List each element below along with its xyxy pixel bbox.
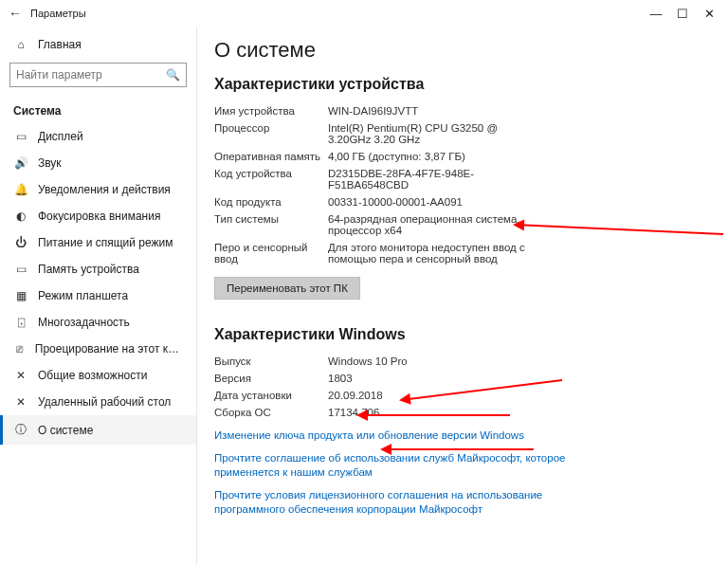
spec-value: Для этого монитора недоступен ввод с пом… (328, 242, 527, 264)
minimize-button[interactable]: — (643, 5, 669, 23)
windows-specs-heading: Характеристики Windows (214, 326, 711, 343)
spec-row: Дата установки20.09.2018 (214, 387, 711, 404)
spec-row: Перо и сенсорный вводДля этого монитора … (214, 239, 711, 267)
sidebar-item-label: Многозадачность (38, 316, 130, 329)
spec-value: 64-разрядная операционная система, проце… (328, 213, 527, 236)
sidebar-item[interactable]: ▭Память устройства (0, 256, 196, 282)
settings-link[interactable]: Изменение ключа продукта или обновление … (214, 428, 574, 444)
close-button[interactable]: ✕ (696, 5, 722, 23)
titlebar: ← Параметры — ☐ ✕ (0, 0, 728, 27)
nav-icon: ✕ (13, 369, 28, 382)
spec-key: Код устройства (214, 168, 328, 191)
search-icon: 🔍 (166, 68, 180, 82)
sidebar-item[interactable]: ◐Фокусировка внимания (0, 203, 196, 229)
nav-icon: ⏻ (13, 236, 28, 249)
nav-icon: ⎚ (13, 342, 26, 355)
spec-row: Версия1803 (214, 370, 711, 387)
sidebar-home-label: Главная (38, 38, 82, 51)
spec-value: Windows 10 Pro (328, 355, 527, 367)
settings-link[interactable]: Прочтите соглашение об использовании слу… (214, 451, 574, 481)
nav-icon: ⌺ (13, 316, 28, 329)
sidebar-item-label: Уведомления и действия (38, 183, 171, 196)
content-area: О системе Характеристики устройства Имя … (197, 27, 728, 565)
search-box[interactable]: 🔍 (9, 63, 187, 87)
sidebar-item[interactable]: 🔔Уведомления и действия (0, 176, 196, 203)
spec-key: Имя устройства (214, 105, 328, 117)
sidebar-item-label: О системе (38, 424, 93, 437)
back-button[interactable]: ← (6, 6, 25, 21)
sidebar-item-label: Память устройства (38, 263, 139, 276)
sidebar-item-label: Звук (38, 156, 62, 170)
sidebar-item[interactable]: ⏻Питание и спящий режим (0, 229, 196, 256)
nav-icon: 🔊 (13, 156, 28, 170)
sidebar-item[interactable]: ⓘО системе (0, 415, 196, 445)
sidebar-item-label: Удаленный рабочий стол (38, 395, 171, 409)
sidebar-item-label: Питание и спящий режим (38, 236, 173, 249)
sidebar-item[interactable]: ✕Удаленный рабочий стол (0, 389, 196, 415)
sidebar-item[interactable]: 🔊Звук (0, 150, 196, 176)
sidebar-item[interactable]: ⎚Проецирование на этот компьютер (0, 336, 196, 362)
spec-row: Оперативная память4,00 ГБ (доступно: 3,8… (214, 148, 711, 165)
spec-row: Сборка ОС17134.706 (214, 404, 711, 421)
spec-key: Код продукта (214, 196, 328, 208)
sidebar-home[interactable]: ⌂ Главная (0, 32, 196, 57)
settings-link[interactable]: Прочтите условия лицензионного соглашени… (214, 488, 574, 518)
spec-key: Дата установки (214, 390, 328, 401)
spec-row: ПроцессорIntel(R) Pentium(R) CPU G3250 @… (214, 119, 711, 148)
spec-value: 1803 (328, 373, 527, 384)
sidebar: ⌂ Главная 🔍 Система ▭Дисплей🔊Звук🔔Уведом… (0, 27, 197, 565)
spec-key: Версия (214, 373, 328, 384)
spec-row: ВыпускWindows 10 Pro (214, 353, 711, 370)
maximize-button[interactable]: ☐ (669, 5, 696, 23)
nav-icon: 🔔 (13, 183, 28, 196)
sidebar-item[interactable]: ⌺Многозадачность (0, 309, 196, 336)
spec-key: Выпуск (214, 355, 328, 367)
sidebar-section-label: Система (0, 95, 196, 123)
sidebar-item-label: Фокусировка внимания (38, 210, 160, 223)
sidebar-item[interactable]: ▦Режим планшета (0, 282, 196, 309)
spec-key: Сборка ОС (214, 407, 328, 418)
nav-icon: ▭ (13, 130, 28, 143)
sidebar-item-label: Проецирование на этот компьютер (35, 342, 183, 355)
home-icon: ⌂ (13, 38, 28, 51)
spec-row: Код устройстваD2315DBE-28FA-4F7E-948E-F5… (214, 165, 711, 193)
search-input[interactable] (16, 68, 166, 82)
spec-value: Intel(R) Pentium(R) CPU G3250 @ 3.20GHz … (328, 122, 527, 145)
spec-value: 00331-10000-00001-AA091 (328, 196, 527, 208)
nav-icon: ▦ (13, 289, 28, 302)
spec-key: Перо и сенсорный ввод (214, 242, 328, 264)
device-specs-heading: Характеристики устройства (214, 76, 711, 93)
sidebar-item-label: Общие возможности (38, 369, 147, 382)
spec-value: 4,00 ГБ (доступно: 3,87 ГБ) (328, 151, 527, 162)
spec-key: Оперативная память (214, 151, 328, 162)
rename-pc-button[interactable]: Переименовать этот ПК (214, 277, 360, 300)
spec-key: Процессор (214, 122, 328, 145)
spec-value: D2315DBE-28FA-4F7E-948E-F51BA6548CBD (328, 168, 527, 191)
nav-icon: ✕ (13, 395, 28, 409)
spec-row: Код продукта00331-10000-00001-AA091 (214, 193, 711, 210)
spec-row: Имя устройстваWIN-DAI96I9JVTT (214, 102, 711, 119)
spec-value: 20.09.2018 (328, 390, 527, 401)
nav-icon: ▭ (13, 263, 28, 276)
spec-value: 17134.706 (328, 407, 527, 418)
sidebar-item-label: Режим планшета (38, 289, 128, 302)
spec-row: Тип системы64-разрядная операционная сис… (214, 210, 711, 239)
sidebar-item-label: Дисплей (38, 130, 83, 143)
spec-key: Тип системы (214, 213, 328, 236)
nav-icon: ◐ (13, 210, 28, 223)
sidebar-item[interactable]: ✕Общие возможности (0, 362, 196, 389)
window-title: Параметры (25, 8, 86, 19)
page-title: О системе (214, 38, 711, 63)
sidebar-item[interactable]: ▭Дисплей (0, 123, 196, 150)
spec-value: WIN-DAI96I9JVTT (328, 105, 527, 117)
nav-icon: ⓘ (13, 422, 28, 438)
